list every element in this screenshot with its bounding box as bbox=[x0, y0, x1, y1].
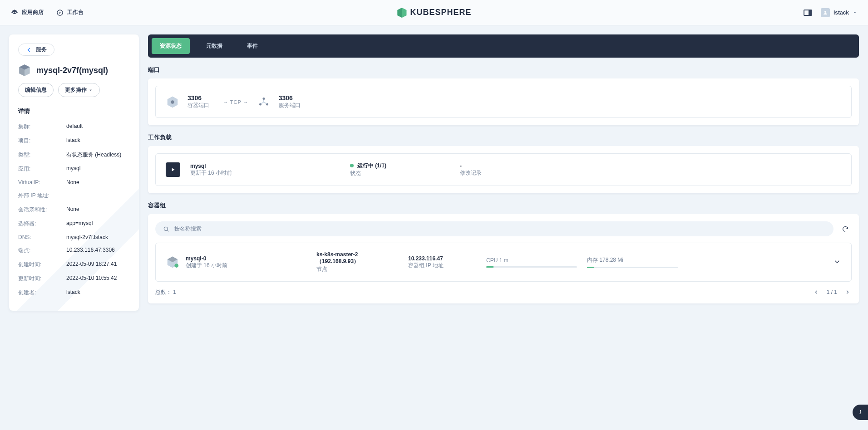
details-value: lstack bbox=[66, 137, 130, 145]
svg-point-2 bbox=[171, 100, 174, 104]
details-value: None bbox=[66, 206, 130, 214]
port-arrow: → TCP → bbox=[223, 99, 249, 105]
details-value: lstack bbox=[66, 289, 130, 297]
pager-next-button[interactable] bbox=[843, 288, 852, 296]
details-key: 选择器: bbox=[18, 220, 66, 228]
pod-icon bbox=[166, 255, 179, 269]
workload-row[interactable]: mysql 更新于 16 小时前 运行中 (1/1) 状态 - 修改记录 bbox=[166, 162, 841, 177]
more-actions-button[interactable]: 更多操作 bbox=[58, 83, 100, 97]
pager-total: 总数： 1 bbox=[155, 288, 176, 296]
user-name: lstack bbox=[833, 10, 849, 16]
side-panel: 服务 mysql-2v7f(mysql) 编辑信息 更多操作 详情 集群:def… bbox=[9, 34, 139, 311]
nav-workbench[interactable]: 工作台 bbox=[56, 9, 84, 16]
details-row: 外部 IP 地址: bbox=[18, 189, 130, 203]
details-row: 选择器:app=mysql bbox=[18, 217, 130, 231]
workload-status: 运行中 (1/1) bbox=[357, 162, 386, 169]
details-value: mysql bbox=[66, 165, 130, 173]
ports-section: 端口 3306 容器端口 → TCP → 3306 服务端口 bbox=[148, 66, 859, 125]
details-row: 应用:mysql bbox=[18, 162, 130, 176]
theme-toggle-icon[interactable] bbox=[804, 10, 812, 16]
pod-node-label: 节点 bbox=[316, 265, 398, 273]
service-port-label: 服务端口 bbox=[279, 102, 306, 109]
details-key: 外部 IP 地址: bbox=[18, 192, 66, 200]
service-port-icon bbox=[257, 95, 271, 109]
workload-type-icon bbox=[166, 162, 180, 177]
details-row: 更新时间:2022-05-10 10:55:42 bbox=[18, 272, 130, 286]
pager-prev-button[interactable] bbox=[812, 288, 820, 296]
workload-updated: 更新于 16 小时前 bbox=[190, 169, 340, 177]
workloads-section: 工作负载 mysql 更新于 16 小时前 运行中 (1/1) 状态 bbox=[148, 133, 859, 193]
nav-app-store-label: 应用商店 bbox=[22, 9, 44, 16]
topbar-right: lstack bbox=[804, 8, 857, 17]
nav-workbench-label: 工作台 bbox=[67, 9, 84, 16]
edit-info-button[interactable]: 编辑信息 bbox=[18, 83, 54, 97]
pod-ip: 10.233.116.47 bbox=[408, 255, 476, 262]
action-buttons: 编辑信息 更多操作 bbox=[18, 83, 130, 97]
container-port-label: 容器端口 bbox=[187, 102, 215, 109]
pager-page: 1 / 1 bbox=[827, 289, 837, 295]
user-menu[interactable]: lstack bbox=[821, 8, 857, 17]
service-port-value: 3306 bbox=[279, 94, 306, 102]
workload-name: mysql bbox=[190, 163, 340, 169]
details-value: default bbox=[66, 123, 130, 131]
details-key: 应用: bbox=[18, 165, 66, 173]
tab-resource-status[interactable]: 资源状态 bbox=[152, 38, 190, 54]
details-row: VirtualIP:None bbox=[18, 176, 130, 189]
details-row: 项目:lstack bbox=[18, 134, 130, 148]
back-button[interactable]: 服务 bbox=[18, 44, 54, 56]
details-key: 项目: bbox=[18, 137, 66, 145]
details-key: 会话亲和性: bbox=[18, 206, 66, 214]
details-value: 10.233.116.47:3306 bbox=[66, 247, 130, 254]
details-value: 2022-05-10 10:55:42 bbox=[66, 275, 130, 283]
details-heading: 详情 bbox=[18, 107, 130, 115]
details-row: 创建时间:2022-05-09 18:27:41 bbox=[18, 258, 130, 272]
pod-mem: 内存 178.28 Mi bbox=[587, 256, 678, 264]
details-value bbox=[66, 192, 130, 200]
caret-down-icon bbox=[89, 88, 93, 93]
title-row: mysql-2v7f(mysql) bbox=[18, 64, 130, 77]
tab-events[interactable]: 事件 bbox=[239, 38, 266, 54]
nav-app-store[interactable]: 应用商店 bbox=[11, 9, 44, 16]
tab-metadata[interactable]: 元数据 bbox=[198, 38, 231, 54]
details-value: mysql-2v7f.lstack bbox=[66, 234, 130, 240]
container-port-value: 3306 bbox=[187, 94, 215, 102]
mem-bar bbox=[587, 267, 678, 268]
details-row: DNS:mysql-2v7f.lstack bbox=[18, 231, 130, 244]
top-bar: 应用商店 工作台 KUBESPHERE lstack bbox=[0, 0, 868, 25]
svg-point-6 bbox=[164, 227, 168, 230]
details-row: 创建者:lstack bbox=[18, 286, 130, 300]
chevron-left-icon bbox=[26, 47, 32, 53]
details-value: 2022-05-09 18:27:41 bbox=[66, 261, 130, 269]
back-button-label: 服务 bbox=[36, 46, 47, 54]
details-row: 会话亲和性:None bbox=[18, 203, 130, 217]
pods-heading: 容器组 bbox=[148, 201, 859, 210]
details-key: 创建者: bbox=[18, 289, 66, 297]
details-key: 端点: bbox=[18, 247, 66, 254]
pod-name: mysql-0 bbox=[186, 255, 227, 262]
search-icon bbox=[163, 225, 170, 233]
compass-icon bbox=[56, 9, 64, 16]
container-port-icon bbox=[166, 95, 179, 109]
pod-search-input[interactable]: 按名称搜索 bbox=[155, 221, 833, 236]
details-row: 端点:10.233.116.47:3306 bbox=[18, 244, 130, 258]
workload-status-label: 状态 bbox=[350, 170, 450, 177]
pod-expand-button[interactable] bbox=[833, 258, 841, 267]
arrow-left-icon bbox=[813, 289, 819, 295]
workload-record: - bbox=[460, 163, 841, 169]
pod-ip-label: 容器组 IP 地址 bbox=[408, 262, 476, 269]
brand[interactable]: KUBESPHERE bbox=[396, 7, 471, 18]
details-list: 集群:default项目:lstack类型:有状态服务 (Headless)应用… bbox=[18, 120, 130, 300]
main-content: 资源状态 元数据 事件 端口 3306 容器端口 → TCP → bbox=[148, 34, 859, 311]
pod-created: 创建于 16 小时前 bbox=[186, 262, 227, 269]
details-value: None bbox=[66, 179, 130, 186]
status-dot-icon bbox=[350, 164, 354, 167]
pod-row[interactable]: mysql-0 创建于 16 小时前 ks-k8s-master-2（192.1… bbox=[155, 243, 852, 282]
ports-heading: 端口 bbox=[148, 66, 859, 74]
details-key: 集群: bbox=[18, 123, 66, 131]
svg-point-1 bbox=[824, 11, 826, 13]
pod-cpu: CPU 1 m bbox=[486, 257, 577, 264]
details-row: 集群:default bbox=[18, 120, 130, 134]
details-key: VirtualIP: bbox=[18, 179, 66, 186]
refresh-button[interactable] bbox=[839, 223, 852, 235]
topbar-left: 应用商店 工作台 bbox=[11, 9, 84, 16]
